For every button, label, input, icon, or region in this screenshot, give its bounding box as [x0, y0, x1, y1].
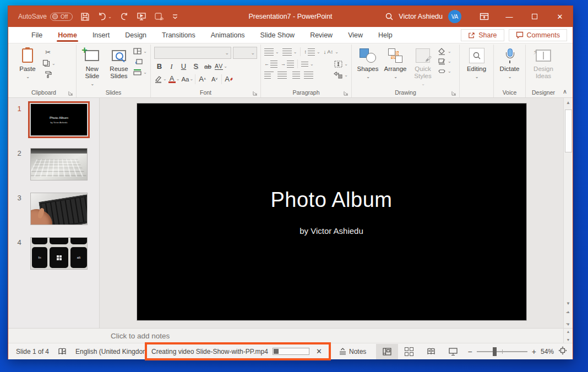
share-button[interactable]: Share — [461, 29, 504, 41]
scrollbar-thumb[interactable] — [565, 110, 572, 152]
format-painter-button[interactable] — [42, 70, 53, 79]
line-spacing-button[interactable]: ↕⌄ — [304, 48, 320, 56]
slide-show-view-button[interactable] — [442, 344, 464, 359]
text-direction-button[interactable]: ↓A↕⌄ — [324, 49, 339, 55]
design-ideas-button[interactable]: Design Ideas — [529, 46, 558, 80]
shape-outline-button[interactable]: ⌄ — [438, 58, 451, 65]
slide-sorter-view-button[interactable] — [398, 344, 420, 359]
new-slide-button[interactable]: New Slide ⌄ — [80, 46, 105, 87]
highlight-color-button[interactable]: ⌄ — [154, 74, 167, 84]
slide-layout-button[interactable]: ⌄ — [133, 48, 147, 54]
section-button[interactable]: ⌄ — [133, 69, 147, 75]
notes-scroll-down-button[interactable]: ▼ — [567, 338, 570, 342]
current-slide[interactable]: Photo Album by Victor Ashiedu — [137, 103, 526, 320]
next-slide-button[interactable]: ▁▼ — [567, 318, 570, 328]
language-button[interactable]: English (United Kingdom) — [75, 348, 150, 355]
notes-placeholder[interactable]: Click to add notes — [111, 332, 170, 340]
collapse-ribbon-button[interactable]: ∧ — [563, 88, 567, 95]
autosave-pill[interactable]: Off — [50, 13, 73, 21]
align-right-button[interactable] — [291, 72, 300, 79]
convert-to-smartart-button[interactable]: ⌄ — [334, 72, 348, 79]
fit-slide-to-window-button[interactable] — [558, 346, 567, 357]
tab-slide-show[interactable]: Slide Show — [253, 27, 303, 43]
zoom-in-button[interactable]: + — [532, 347, 536, 356]
thumbnail-slide-2[interactable]: 2 — [8, 148, 99, 180]
decrease-indent-button[interactable]: ← — [264, 61, 277, 68]
normal-view-button[interactable] — [376, 344, 398, 359]
touch-mouse-mode-button[interactable] — [154, 12, 164, 21]
autosave-toggle[interactable]: AutoSave Off — [18, 13, 73, 21]
maximize-button[interactable] — [522, 6, 547, 27]
save-button[interactable] — [80, 12, 90, 21]
columns-button[interactable]: ⌄ — [301, 62, 314, 67]
redo-button[interactable] — [119, 12, 129, 21]
reset-slide-button[interactable] — [133, 57, 144, 66]
previous-slide-button[interactable]: ▲▔ — [567, 308, 570, 318]
slide-2-thumbnail-image[interactable] — [30, 148, 88, 180]
notes-pane[interactable]: Click to add notes ▲ ▼ — [8, 328, 573, 343]
quick-styles-button[interactable]: Quick Styles ⌄ — [410, 46, 435, 87]
zoom-slider[interactable] — [477, 351, 527, 352]
undo-dropdown-icon[interactable]: ⌄ — [108, 14, 112, 19]
drawing-dialog-launcher[interactable] — [451, 90, 457, 96]
clipboard-dialog-launcher[interactable] — [68, 90, 74, 96]
tab-view[interactable]: View — [340, 27, 371, 43]
increase-indent-button[interactable]: → — [281, 61, 294, 68]
text-shadow-button[interactable]: S — [190, 61, 201, 72]
slide-1-thumbnail-image[interactable]: Photo Album by Victor Ashiedu — [30, 103, 88, 136]
zoom-level[interactable]: 54% — [541, 348, 554, 355]
tab-transitions[interactable]: Transitions — [154, 27, 203, 43]
slide-indicator[interactable]: Slide 1 of 4 — [16, 348, 49, 355]
scroll-down-button[interactable]: ▼ — [566, 299, 570, 308]
paste-button[interactable]: Paste ⌄ — [15, 46, 40, 79]
increase-font-size-button[interactable]: A˄ — [197, 74, 208, 84]
tab-design[interactable]: Design — [117, 27, 154, 43]
copy-button[interactable]: ⌄ — [42, 59, 56, 67]
underline-button[interactable]: U — [178, 61, 189, 72]
slide-title[interactable]: Photo Album — [271, 188, 393, 212]
decrease-font-size-button[interactable]: A˅ — [209, 74, 220, 84]
tab-animations[interactable]: Animations — [203, 27, 253, 43]
notes-scroll-up-button[interactable]: ▲ — [567, 330, 570, 333]
thumbnail-slide-3[interactable]: 3 — [8, 193, 99, 225]
font-size-combobox[interactable]: ⌄ — [233, 47, 257, 59]
bold-button[interactable]: B — [154, 61, 165, 72]
reuse-slides-button[interactable]: Reuse Slides — [107, 46, 132, 80]
toggle-notes-button[interactable]: Notes — [339, 348, 366, 355]
tab-help[interactable]: Help — [371, 27, 400, 43]
minimize-button[interactable]: — — [497, 6, 522, 27]
paragraph-dialog-launcher[interactable] — [344, 90, 349, 96]
italic-button[interactable]: I — [166, 61, 177, 72]
thumbnail-slide-1[interactable]: 1 Photo Album by Victor Ashiedu — [8, 103, 99, 136]
shape-effects-button[interactable]: ⌄ — [438, 68, 451, 75]
font-dialog-launcher[interactable] — [253, 90, 258, 96]
slide-subtitle[interactable]: by Victor Ashiedu — [300, 226, 363, 236]
numbering-button[interactable]: ⌄ — [282, 48, 297, 56]
vertical-scrollbar[interactable]: ▲ ▼ ▲▔ ▁▼ — [563, 98, 573, 328]
font-name-combobox[interactable]: ⌄ — [154, 47, 231, 59]
cut-button[interactable]: ✂ — [42, 48, 53, 57]
zoom-slider-thumb[interactable] — [493, 347, 497, 356]
align-center-button[interactable] — [277, 72, 287, 79]
zoom-out-button[interactable]: − — [468, 347, 472, 356]
close-button[interactable]: ✕ — [547, 6, 573, 27]
shapes-button[interactable]: Shapes ⌄ — [355, 46, 380, 79]
comments-button[interactable]: Comments — [509, 29, 567, 41]
notes-scrollbar[interactable]: ▲ ▼ — [563, 329, 573, 343]
undo-button[interactable]: ⌄ — [97, 12, 112, 21]
customize-qat-button[interactable] — [172, 13, 178, 20]
bullets-button[interactable]: ⌄ — [264, 48, 279, 56]
search-button[interactable] — [380, 6, 399, 27]
strikethrough-button[interactable]: ab — [203, 61, 213, 72]
slide-4-thumbnail-image[interactable]: fn alt — [30, 237, 88, 270]
tab-review[interactable]: Review — [302, 27, 340, 43]
tab-home[interactable]: Home — [50, 27, 85, 43]
start-from-beginning-button[interactable] — [137, 12, 146, 21]
reading-view-button[interactable] — [420, 344, 442, 359]
clear-formatting-button[interactable]: A▰ — [224, 74, 234, 84]
shape-fill-button[interactable]: ⌄ — [438, 48, 451, 55]
tab-insert[interactable]: Insert — [85, 27, 117, 43]
thumbnail-slide-4[interactable]: 4 fn alt — [8, 237, 99, 270]
font-color-button[interactable]: A ⌄ — [168, 74, 180, 84]
cancel-video-export-button[interactable]: ✕ — [314, 347, 324, 355]
